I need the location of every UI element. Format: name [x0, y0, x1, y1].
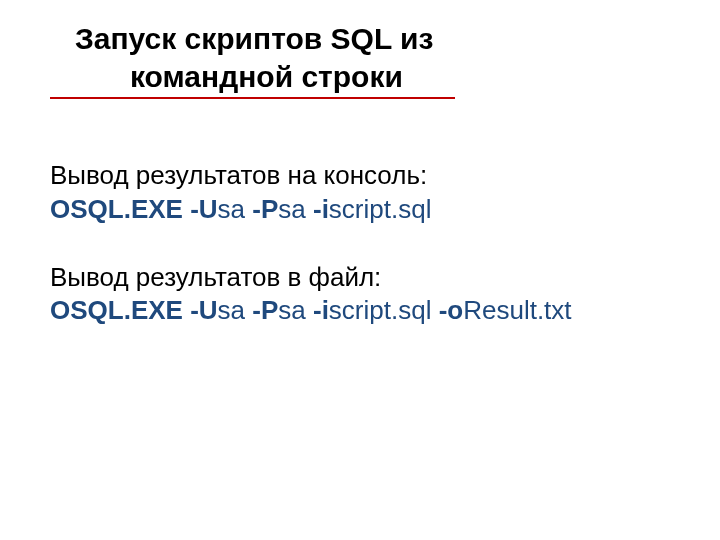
- section2: Вывод результатов в файл: OSQL.EXE -Usa …: [50, 261, 670, 329]
- section1-label: Вывод результатов на консоль:: [50, 159, 670, 193]
- title-line-2: командной строки: [75, 58, 490, 96]
- exe-flag-2: OSQL.EXE -U: [50, 295, 218, 325]
- title-divider: [50, 97, 455, 99]
- p-value-2: sa: [278, 295, 305, 325]
- p-value: sa: [278, 194, 305, 224]
- p-flag: -P: [245, 194, 278, 224]
- o-value: Result.txt: [463, 295, 571, 325]
- u-value-2: sa: [218, 295, 245, 325]
- content-area: Вывод результатов на консоль: OSQL.EXE -…: [50, 159, 670, 328]
- o-flag: -o: [431, 295, 463, 325]
- i-value-2: script.sql: [329, 295, 432, 325]
- section2-label: Вывод результатов в файл:: [50, 261, 670, 295]
- p-flag-2: -P: [245, 295, 278, 325]
- section2-command: OSQL.EXE -Usa -Psa -iscript.sql -oResult…: [50, 294, 670, 328]
- section1-command: OSQL.EXE -Usa -Psa -iscript.sql: [50, 193, 670, 227]
- i-flag: -i: [306, 194, 329, 224]
- slide-title: Запуск скриптов SQL из командной строки: [50, 20, 670, 95]
- exe-flag: OSQL.EXE -U: [50, 194, 218, 224]
- i-flag-2: -i: [306, 295, 329, 325]
- u-value: sa: [218, 194, 245, 224]
- i-value: script.sql: [329, 194, 432, 224]
- title-line-1: Запуск скриптов SQL из: [75, 20, 490, 58]
